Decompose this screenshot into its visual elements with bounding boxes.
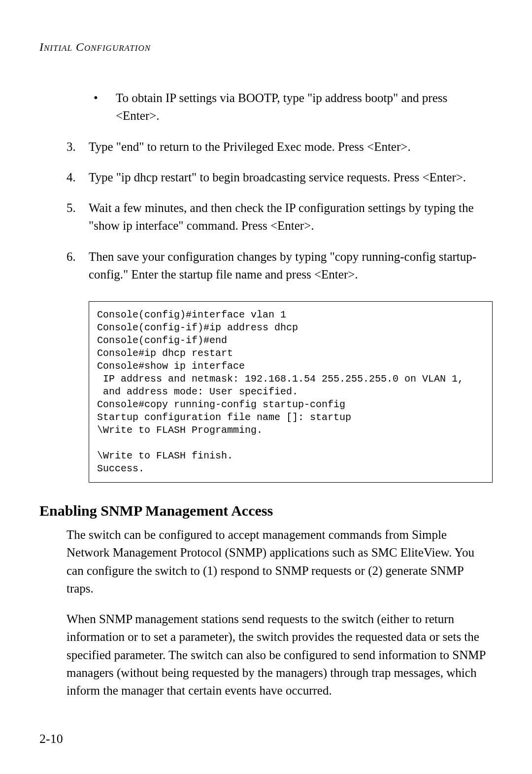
bullet-marker: • [94, 89, 116, 125]
page-header: Initial Configuration [39, 40, 493, 54]
bullet-text: To obtain IP settings via BOOTP, type "i… [116, 89, 493, 125]
step-text: Type "ip dhcp restart" to begin broadcas… [89, 169, 493, 186]
step-5: 5. Wait a few minutes, and then check th… [66, 199, 493, 235]
body-paragraph: The switch can be configured to accept m… [66, 526, 493, 598]
step-text: Then save your configuration changes by … [89, 248, 493, 284]
section-heading: Enabling SNMP Management Access [39, 502, 493, 519]
step-number: 3. [66, 138, 89, 156]
step-number: 6. [66, 248, 89, 284]
body-paragraph: When SNMP management stations send reque… [66, 610, 493, 700]
step-number: 5. [66, 199, 89, 235]
step-3: 3. Type "end" to return to the Privilege… [66, 138, 493, 156]
step-4: 4. Type "ip dhcp restart" to begin broad… [66, 169, 493, 186]
step-number: 4. [66, 169, 89, 186]
step-6: 6. Then save your configuration changes … [66, 248, 493, 284]
console-code-block: Console(config)#interface vlan 1 Console… [89, 301, 493, 483]
bullet-item: • To obtain IP settings via BOOTP, type … [94, 89, 493, 125]
step-text: Wait a few minutes, and then check the I… [89, 199, 493, 235]
step-text: Type "end" to return to the Privileged E… [89, 138, 493, 156]
page-number: 2-10 [39, 732, 63, 746]
main-content: • To obtain IP settings via BOOTP, type … [39, 89, 493, 700]
